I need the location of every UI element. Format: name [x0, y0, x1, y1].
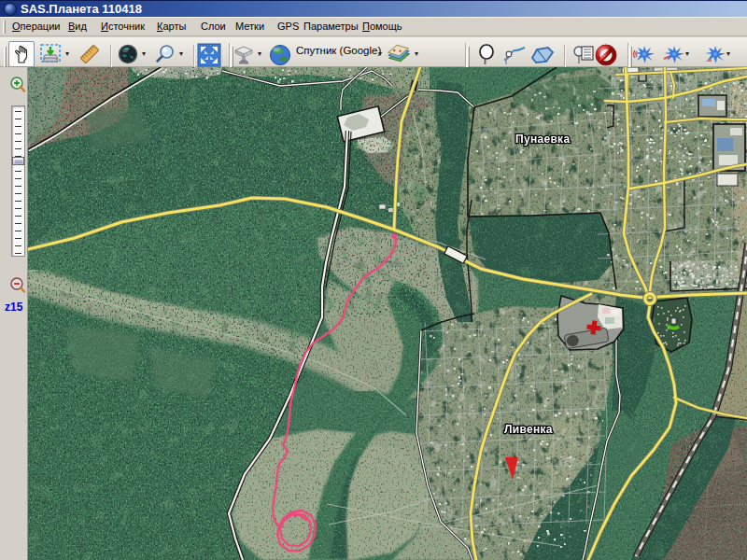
- svg-text:Ливенка: Ливенка: [504, 423, 553, 436]
- svg-text:Пунаевка: Пунаевка: [515, 133, 570, 146]
